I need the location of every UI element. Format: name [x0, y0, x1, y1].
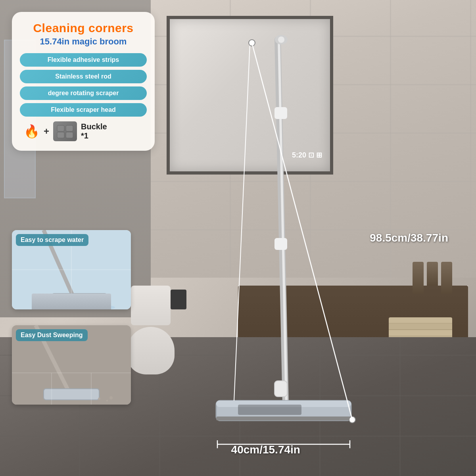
svg-rect-21 — [66, 132, 73, 138]
svg-rect-18 — [57, 125, 64, 131]
svg-rect-31 — [44, 389, 99, 400]
svg-rect-20 — [66, 125, 73, 131]
buckle-count: *1 — [81, 131, 107, 140]
feature-badge-4: Flexible scraper head — [20, 103, 147, 117]
feature-badge-1: Flexible adhesive strips — [20, 53, 147, 67]
svg-rect-24 — [52, 294, 107, 305]
plus-icon: + — [44, 126, 49, 137]
svg-point-26 — [56, 305, 87, 309]
width-measurement: 40cm/15.74in — [231, 443, 300, 456]
buckle-text: Buckle — [81, 122, 107, 131]
svg-point-35 — [98, 397, 100, 400]
scrape-water-label: Easy to scrape water — [16, 234, 88, 246]
buckle-row: 🔥 + Buckle *1 — [20, 121, 147, 141]
svg-point-25 — [67, 304, 115, 309]
feature-badge-2: Stainless steel rod — [20, 70, 147, 83]
svg-point-37 — [109, 396, 113, 399]
svg-rect-19 — [57, 132, 64, 138]
card-subtitle: 15.74in magic broom — [20, 36, 147, 47]
scrape-water-feature: Easy to scrape water — [12, 230, 131, 309]
svg-point-36 — [106, 400, 108, 401]
content-layer: Cleaning corners 15.74in magic broom Fle… — [0, 0, 476, 476]
dust-sweep-label: Easy Dust Sweeping — [16, 329, 88, 341]
feature-card: Cleaning corners 15.74in magic broom Fle… — [12, 12, 155, 151]
buckle-label: Buckle *1 — [81, 122, 107, 140]
fire-icon: 🔥 — [24, 124, 40, 139]
length-measurement: 98.5cm/38.77in — [370, 232, 448, 244]
dust-sweep-feature: Easy Dust Sweeping — [12, 325, 131, 405]
buckle-image — [53, 121, 77, 141]
feature-badge-3: degree rotating scraper — [20, 86, 147, 100]
card-title-cleaning: Cleaning corners — [20, 21, 147, 35]
